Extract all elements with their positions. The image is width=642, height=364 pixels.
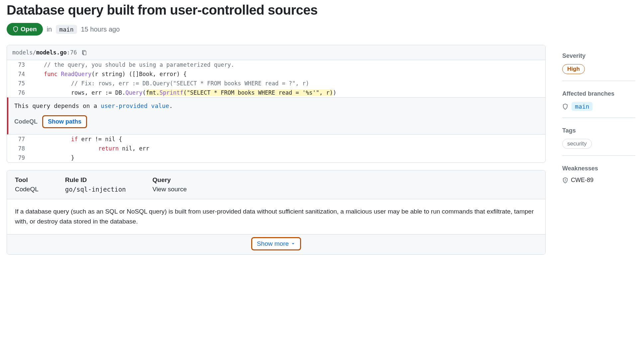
severity-section: Severity High [562,52,635,81]
code-line: 79 } [7,153,545,162]
alert-footer: CodeQL Show paths [14,115,539,128]
shield-icon [13,26,19,32]
cwe-link[interactable]: CWE-89 [571,177,593,184]
code-line: 77 if err != nil { [7,135,545,144]
shield-icon [562,104,568,110]
affected-branches-section: Affected branches main [562,90,635,118]
code-line: 76 rows, err := DB.Query(fmt.Sprintf("SE… [7,88,545,97]
details-header: Tool CodeQL Rule ID go/sql-injection Que… [7,170,545,199]
severity-badge: High [562,64,585,74]
details-tool: Tool CodeQL [15,176,39,193]
tool-label: CodeQL [14,118,38,125]
branch-pill[interactable]: main [56,25,77,34]
show-paths-button[interactable]: Show paths [42,115,87,128]
copy-icon[interactable] [81,49,87,55]
user-value-link[interactable]: user-provided value [101,102,169,109]
alert-message: This query depends on a user-provided va… [14,102,539,109]
chevron-down-icon [291,241,295,246]
code-card: models/models.go:76 73 // the query, you… [7,45,546,163]
code-line: 75 // Fix: rows, err := DB.Query("SELECT… [7,79,545,88]
code-body: 73 // the query, you should be using a p… [7,60,545,97]
sidebar: Severity High Affected branches main Tag… [562,3,635,255]
age-text: 15 hours ago [81,26,120,33]
shield-alert-icon [562,177,568,183]
code-line: 78 return nil, err [7,144,545,153]
tags-section: Tags security [562,127,635,156]
code-line: 74 func ReadQuery(r string) ([]Book, err… [7,69,545,79]
tag-security[interactable]: security [562,139,592,149]
state-badge-open: Open [7,23,43,36]
show-more-button[interactable]: Show more [251,237,301,250]
code-line: 73 // the query, you should be using a p… [7,60,545,69]
weaknesses-section: Weaknesses CWE-89 [562,165,635,190]
view-source-link[interactable]: View source [153,186,187,193]
in-label: in [47,26,52,33]
details-query: Query View source [153,176,187,193]
details-footer: Show more [7,234,545,254]
alert-title: Database query built from user-controlle… [7,3,546,18]
alert-box: This query depends on a user-provided va… [7,97,545,135]
state-text: Open [21,26,37,33]
file-path[interactable]: models/models.go:76 [12,49,77,56]
alert-meta: Open in main 15 hours ago [7,23,546,36]
code-body-lower: 77 if err != nil { 78 return nil, err 79… [7,135,545,162]
details-rule: Rule ID go/sql-injection [65,176,126,193]
affected-branch-pill[interactable]: main [572,102,592,111]
details-description: If a database query (such as an SQL or N… [7,199,545,234]
code-path-header: models/models.go:76 [7,45,545,60]
details-card: Tool CodeQL Rule ID go/sql-injection Que… [7,170,546,255]
